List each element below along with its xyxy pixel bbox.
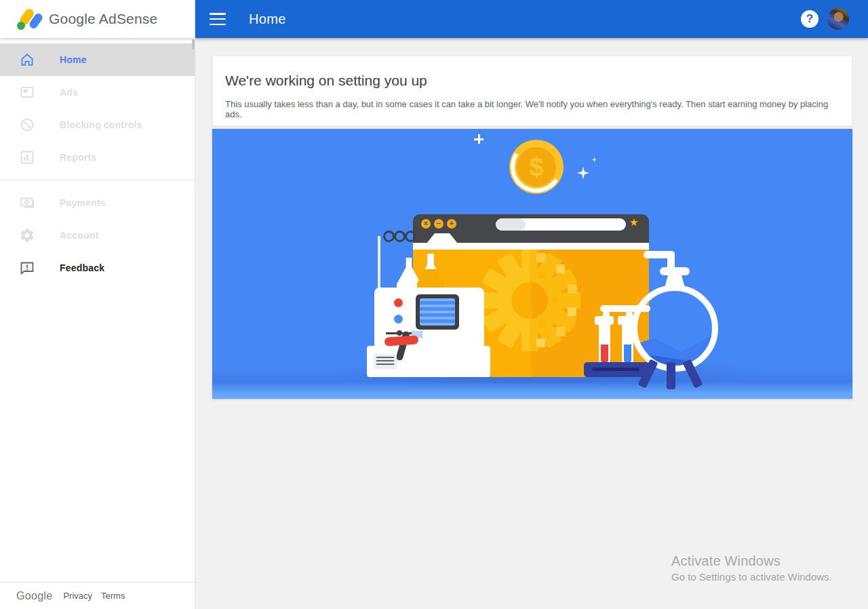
sidebar-item-blocking-controls: Blocking controls [0,109,195,141]
bookmark-star-icon: ★ [629,216,638,229]
sidebar-scrollbar-thumb[interactable] [192,39,195,50]
sidebar-item-label: Payments [60,197,106,208]
sidebar-item-home[interactable]: Home [0,43,195,76]
sidebar: Google AdSense Home Ads Blocking control… [0,0,195,609]
indicator-light [394,315,403,323]
sidebar-item-label: Home [60,54,87,65]
watermark-subtitle: Go to Settings to activate Windows. [671,571,832,583]
reports-icon [19,149,35,165]
sparkle-icon [474,134,484,144]
payments-icon [19,195,35,211]
avatar[interactable] [827,8,849,30]
card-body: This usually takes less than a day, but … [225,99,840,119]
card-title: We're working on setting you up [225,73,840,89]
sparkle-icon [577,167,589,179]
watermark-title: Activate Windows [671,553,832,569]
coil-wire [383,231,395,242]
tripod-leg [667,362,675,389]
sidebar-item-label: Ads [60,87,78,98]
ad-icon [19,84,35,100]
sidebar-divider [0,180,195,180]
terms-link[interactable]: Terms [101,591,125,601]
dollar-coin-icon: $ [509,140,564,194]
machine-keypad [412,331,485,361]
sidebar-item-reports: Reports [0,141,195,174]
help-icon[interactable]: ? [801,10,818,28]
feedback-icon [19,260,35,276]
lab-machine [367,229,490,377]
setup-message-card: We're working on setting you up This usu… [212,56,852,126]
google-wordmark: Google [16,590,52,602]
setup-illustration: $ × − + ★ [212,129,852,399]
round-flask-icon [631,285,718,372]
adsense-logo: Google AdSense [0,0,195,38]
sidebar-item-ads: Ads [0,76,195,109]
adsense-logo-icon [15,7,45,31]
gear-illustration [479,250,580,351]
flask-icon [417,254,444,288]
sidebar-item-feedback[interactable]: Feedback [0,252,195,284]
coil-wire [394,231,406,242]
test-tube-stand-slot [592,368,639,371]
activate-windows-watermark: Activate Windows Go to Settings to activ… [671,553,832,583]
machine-vents [374,354,397,369]
block-icon [19,117,35,133]
main-content: We're working on setting you up This usu… [195,38,868,609]
sparkle-icon [592,157,597,162]
topbar: Home ? [195,0,868,38]
window-close-icon: × [421,219,431,229]
sidebar-nav: Home Ads Blocking controls Reports [0,43,195,284]
test-tube-liquid [601,345,608,364]
sidebar-item-account: Account [0,219,195,252]
indicator-light [394,298,403,307]
menu-icon[interactable] [210,13,226,25]
sidebar-item-label: Reports [60,152,96,163]
sidebar-item-label: Feedback [60,262,104,273]
antenna [378,236,380,290]
coil-wire [405,231,416,242]
test-tube-liquid [624,345,631,364]
machine-screen [416,294,459,330]
test-tube-cap [595,316,614,325]
lab-apparatus [578,243,717,377]
address-bar [496,218,626,231]
sidebar-item-label: Blocking controls [60,119,142,130]
test-tube-cap [618,316,637,325]
window-minimize-icon: − [434,219,443,229]
brand-name: Google AdSense [49,11,157,27]
gear-icon [19,227,35,243]
window-maximize-icon: + [447,219,456,229]
page-title: Home [249,12,286,27]
privacy-link[interactable]: Privacy [63,591,92,601]
sidebar-item-payments: Payments [0,186,195,219]
sidebar-item-label: Account [60,230,98,241]
home-icon [19,52,35,68]
dollar-symbol: $ [529,153,543,182]
sidebar-footer: Google Privacy Terms [0,582,195,609]
